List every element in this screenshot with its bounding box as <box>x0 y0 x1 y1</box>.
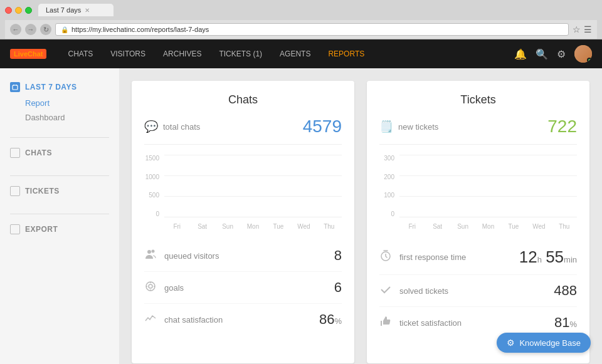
bell-icon[interactable]: 🔔 <box>514 48 527 60</box>
queued-visitors-row: queued visitors 8 <box>144 240 342 272</box>
chats-chart-area <box>164 155 342 217</box>
sidebar-report[interactable]: Report <box>0 96 119 110</box>
nav-visitors[interactable]: VISITORS <box>102 39 154 68</box>
goals-row: goals 6 <box>144 272 342 304</box>
refresh-button[interactable]: ↻ <box>40 24 51 35</box>
chats-y-1000: 1000 <box>144 174 162 180</box>
search-icon[interactable]: 🔍 <box>536 48 548 60</box>
gear-icon[interactable]: ⚙ <box>557 48 566 60</box>
tickets-card: Tickets 🗒️ new tickets 722 300 200 100 0 <box>367 81 589 363</box>
queued-visitors-label: queued visitors <box>164 251 334 261</box>
tab-title: Last 7 days <box>46 6 81 14</box>
t-y-100: 100 <box>379 192 397 199</box>
logo: LiveChat <box>10 49 46 59</box>
x-sun: Sun <box>215 223 240 230</box>
sidebar-divider-1 <box>10 137 109 138</box>
tickets-x-labels: Fri Sat Sun Mon Tue Wed Thu <box>399 223 577 230</box>
export-section-icon <box>10 224 20 234</box>
calendar-icon <box>10 82 20 92</box>
chat-satisfaction-icon <box>144 312 164 328</box>
x-tue: Tue <box>266 223 291 230</box>
sidebar-item-export[interactable]: EXPORT <box>0 219 119 239</box>
queued-visitors-value: 8 <box>334 247 342 264</box>
url-text: https://my.livechatinc.com/reports/last-… <box>71 26 209 33</box>
tickets-chart-area <box>399 155 577 217</box>
tx-wed: Wed <box>526 223 551 230</box>
nav-agents[interactable]: AGENTS <box>271 39 319 68</box>
main-nav: CHATS VISITORS ARCHIVES TICKETS (1) AGEN… <box>59 39 514 68</box>
tickets-stat-header: 🗒️ new tickets 722 <box>379 117 577 145</box>
kb-label: Knowledge Base <box>519 338 581 348</box>
first-response-label: first response time <box>399 252 519 262</box>
ticket-icon: 🗒️ <box>379 120 393 133</box>
sidebar-item-tickets[interactable]: TICKETS <box>0 181 119 201</box>
tickets-label: TICKETS <box>25 187 60 195</box>
new-tickets-value: 722 <box>547 117 577 137</box>
logo-accent: Chat <box>28 50 43 58</box>
solved-tickets-row: solved tickets 488 <box>379 275 577 307</box>
kb-icon: ⚙ <box>507 338 515 348</box>
chats-y-labels: 1500 1000 500 0 <box>144 155 162 217</box>
nav-chats[interactable]: CHATS <box>59 39 102 68</box>
clock-icon <box>379 249 399 265</box>
nav-reports[interactable]: REPORTS <box>319 39 373 68</box>
browser-chrome: Last 7 days ✕ ← → ↻ 🔒 https://my.livecha… <box>0 0 602 39</box>
export-label: EXPORT <box>25 225 58 234</box>
tab-close-icon[interactable]: ✕ <box>85 7 90 14</box>
close-dot[interactable] <box>5 7 12 14</box>
app-header: LiveChat CHATS VISITORS ARCHIVES TICKETS… <box>0 39 602 68</box>
back-button[interactable]: ← <box>10 24 21 35</box>
new-tickets-label: new tickets <box>398 122 438 132</box>
forward-button[interactable]: → <box>25 24 36 35</box>
star-button[interactable]: ☆ <box>573 24 581 34</box>
ticket-satisfaction-value: 81% <box>554 315 577 331</box>
chats-x-labels: Fri Sat Sun Mon Tue Wed Thu <box>164 223 342 230</box>
window-controls <box>5 7 32 14</box>
svg-rect-0 <box>13 85 18 90</box>
lock-icon: 🔒 <box>61 26 68 33</box>
tx-tue: Tue <box>501 223 526 230</box>
x-fri: Fri <box>164 223 189 230</box>
avatar-status-dot <box>587 58 592 63</box>
knowledge-base-button[interactable]: ⚙ Knowledge Base <box>497 333 591 353</box>
maximize-dot[interactable] <box>25 7 32 14</box>
address-bar[interactable]: 🔒 https://my.livechatinc.com/reports/las… <box>55 23 569 36</box>
tx-fri: Fri <box>399 223 425 230</box>
solved-tickets-label: solved tickets <box>399 286 554 296</box>
thumbs-up-icon <box>379 315 399 331</box>
chats-section-icon <box>10 148 20 158</box>
sidebar-divider-3 <box>10 214 109 214</box>
tickets-card-title: Tickets <box>379 93 577 107</box>
svg-point-4 <box>152 249 155 252</box>
svg-point-6 <box>149 284 152 288</box>
queued-visitors-icon <box>144 248 164 264</box>
sidebar-item-last7days[interactable]: LAST 7 DAYS <box>0 78 119 96</box>
goals-label: goals <box>164 283 334 293</box>
t-y-200: 200 <box>379 174 397 180</box>
sidebar-section-export: EXPORT <box>0 219 119 239</box>
chat-sat-unit: % <box>334 316 342 326</box>
sidebar-dashboard[interactable]: Dashboard <box>0 110 119 125</box>
header-actions: 🔔 🔍 ⚙ <box>514 45 592 63</box>
total-chats-label: total chats <box>163 122 200 132</box>
chats-card: Chats 💬 total chats 4579 1500 1000 500 0 <box>132 81 354 363</box>
tickets-chart: 300 200 100 0 <box>379 155 577 230</box>
tickets-section-icon <box>10 186 20 196</box>
minimize-dot[interactable] <box>15 7 22 14</box>
nav-tickets[interactable]: TICKETS (1) <box>210 39 271 68</box>
sidebar-section-chats: CHATS <box>0 143 119 163</box>
browser-tab[interactable]: Last 7 days ✕ <box>38 4 114 16</box>
x-sat: Sat <box>189 223 214 230</box>
first-response-row: first response time 12h 55min <box>379 240 577 275</box>
x-wed: Wed <box>291 223 316 230</box>
menu-button[interactable]: ☰ <box>584 24 592 34</box>
nav-archives[interactable]: ARCHIVES <box>154 39 210 68</box>
last7days-label: LAST 7 DAYS <box>25 83 77 91</box>
ticket-satisfaction-label: ticket satisfaction <box>399 318 554 328</box>
avatar[interactable] <box>574 45 592 63</box>
sidebar-section-tickets: TICKETS <box>0 181 119 201</box>
logo-text: LiveChat <box>14 50 43 58</box>
sidebar-item-chats[interactable]: CHATS <box>0 143 119 163</box>
chats-y-1500: 1500 <box>144 155 162 162</box>
tx-sat: Sat <box>425 223 450 230</box>
